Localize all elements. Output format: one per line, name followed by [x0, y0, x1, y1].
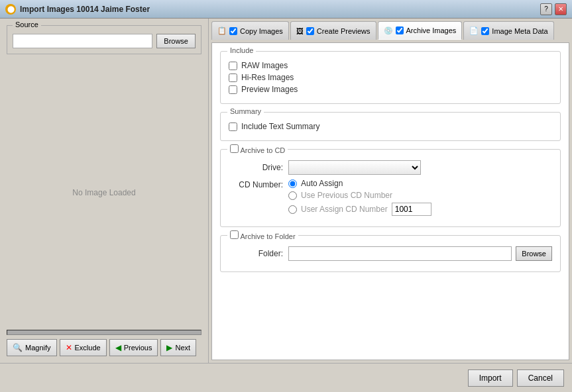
import-button[interactable]: Import [468, 369, 513, 387]
copy-images-checkbox[interactable] [229, 27, 237, 35]
tab-image-meta-data[interactable]: 📄 Image Meta Data [463, 21, 553, 40]
hi-res-images-row: Hi-Res Images [229, 73, 552, 82]
use-previous-row: Use Previous CD Number [288, 191, 431, 200]
create-previews-tab-label: Create Previews [317, 27, 371, 35]
archive-folder-section: Archive to Folder Folder: Browse [220, 235, 561, 272]
cd-number-radio-group: Auto Assign Use Previous CD Number User … [288, 179, 431, 216]
include-section: Include RAW Images Hi-Res Images Preview… [220, 51, 561, 104]
preview-images-label: Preview Images [241, 85, 298, 94]
auto-assign-radio[interactable] [288, 179, 297, 188]
user-assign-row: User Assign CD Number [288, 203, 431, 216]
tab-copy-images[interactable]: 📋 Copy Images [211, 21, 289, 40]
create-previews-checkbox[interactable] [306, 27, 314, 35]
help-button[interactable]: ? [540, 3, 552, 15]
folder-row: Folder: Browse [229, 246, 552, 261]
use-previous-label: Use Previous CD Number [301, 191, 392, 200]
drive-row: Drive: [229, 160, 552, 175]
magnify-icon: 🔍 [13, 343, 23, 352]
archive-images-tab-icon: 💿 [384, 26, 393, 35]
close-button[interactable]: ✕ [555, 3, 567, 15]
magnify-button[interactable]: 🔍 Magnify [7, 339, 57, 356]
copy-images-tab-icon: 📋 [217, 26, 227, 35]
raw-images-row: RAW Images [229, 61, 552, 70]
exclude-icon: ✕ [66, 343, 72, 352]
summary-section: Summary Include Text Summary [220, 112, 561, 141]
image-meta-data-tab-icon: 📄 [469, 26, 479, 35]
create-previews-tab-icon: 🖼 [296, 27, 304, 35]
source-label: Source [13, 21, 41, 28]
folder-input[interactable] [288, 246, 512, 261]
drive-select[interactable] [288, 160, 421, 175]
source-browse-button[interactable]: Browse [156, 34, 196, 48]
previous-button[interactable]: ◀ Previous [109, 339, 158, 356]
use-previous-radio[interactable] [288, 191, 297, 200]
preview-images-checkbox[interactable] [229, 85, 237, 94]
window-title: Import Images 10014 Jaime Foster [20, 5, 540, 14]
source-row: Browse [13, 34, 196, 48]
summary-section-content: Include Text Summary [229, 122, 552, 131]
archive-folder-section-title: Archive to Folder [227, 230, 298, 240]
image-meta-data-checkbox[interactable] [481, 27, 489, 35]
raw-images-checkbox[interactable] [229, 62, 237, 70]
bottom-bar: Import Cancel [0, 363, 572, 392]
folder-label: Folder: [229, 249, 288, 258]
include-text-summary-checkbox[interactable] [229, 122, 237, 131]
include-text-summary-label: Include Text Summary [241, 122, 320, 131]
cancel-button[interactable]: Cancel [517, 369, 564, 387]
archive-cd-content: Drive: CD Number: Auto Assign [229, 160, 552, 216]
summary-section-title: Summary [227, 107, 264, 115]
archive-images-tab-label: Archive Images [406, 26, 457, 34]
progress-bar [7, 330, 201, 335]
source-group: Source Browse [7, 25, 201, 54]
auto-assign-label: Auto Assign [301, 179, 343, 188]
drive-label: Drive: [229, 163, 288, 172]
no-image-label: No Image Loaded [72, 188, 135, 197]
include-text-summary-row: Include Text Summary [229, 122, 552, 131]
hi-res-images-checkbox[interactable] [229, 74, 237, 82]
previous-icon: ◀ [115, 343, 121, 352]
user-assign-radio[interactable] [288, 205, 297, 214]
user-assign-label: User Assign CD Number [301, 205, 388, 214]
cd-number-row: CD Number: Auto Assign Use Previous CD N… [229, 179, 552, 216]
archive-folder-content: Folder: Browse [229, 246, 552, 261]
left-panel: Source Browse No Image Loaded 🔍 Magnify … [0, 19, 209, 363]
hi-res-images-label: Hi-Res Images [241, 73, 294, 82]
include-section-title: Include [227, 46, 256, 54]
folder-input-row: Browse [288, 246, 552, 261]
right-panel: 📋 Copy Images 🖼 Create Previews 💿 Archiv… [209, 19, 572, 363]
tab-archive-images[interactable]: 💿 Archive Images [378, 21, 463, 40]
source-input[interactable] [13, 34, 152, 48]
archive-cd-section-title: Archive to CD [227, 144, 288, 154]
title-bar: ⬤ Import Images 10014 Jaime Foster ? ✕ [0, 0, 572, 19]
preview-images-row: Preview Images [229, 85, 552, 94]
left-toolbar: 🔍 Magnify ✕ Exclude ◀ Previous ▶ Next [7, 339, 201, 356]
auto-assign-row: Auto Assign [288, 179, 431, 188]
tab-create-previews[interactable]: 🖼 Create Previews [290, 21, 376, 40]
next-button[interactable]: ▶ Next [160, 339, 196, 356]
cd-number-input[interactable] [392, 203, 431, 216]
folder-browse-button[interactable]: Browse [516, 246, 552, 261]
image-meta-data-tab-label: Image Meta Data [492, 27, 547, 35]
content-area: Include RAW Images Hi-Res Images Preview… [211, 42, 569, 360]
include-section-content: RAW Images Hi-Res Images Preview Images [229, 61, 552, 94]
image-preview-area: No Image Loaded [7, 60, 201, 326]
archive-folder-checkbox[interactable] [230, 230, 239, 239]
archive-cd-section: Archive to CD Drive: CD Number: [220, 149, 561, 227]
next-icon: ▶ [166, 343, 172, 352]
tabs-bar: 📋 Copy Images 🖼 Create Previews 💿 Archiv… [211, 21, 569, 40]
cd-number-label: CD Number: [229, 179, 288, 189]
app-icon: ⬤ [5, 4, 16, 15]
exclude-button[interactable]: ✕ Exclude [60, 339, 107, 356]
main-container: Source Browse No Image Loaded 🔍 Magnify … [0, 19, 572, 363]
raw-images-label: RAW Images [241, 61, 288, 70]
window-controls: ? ✕ [540, 3, 567, 15]
archive-cd-checkbox[interactable] [230, 144, 239, 153]
copy-images-tab-label: Copy Images [240, 27, 283, 35]
archive-images-checkbox[interactable] [396, 26, 404, 34]
